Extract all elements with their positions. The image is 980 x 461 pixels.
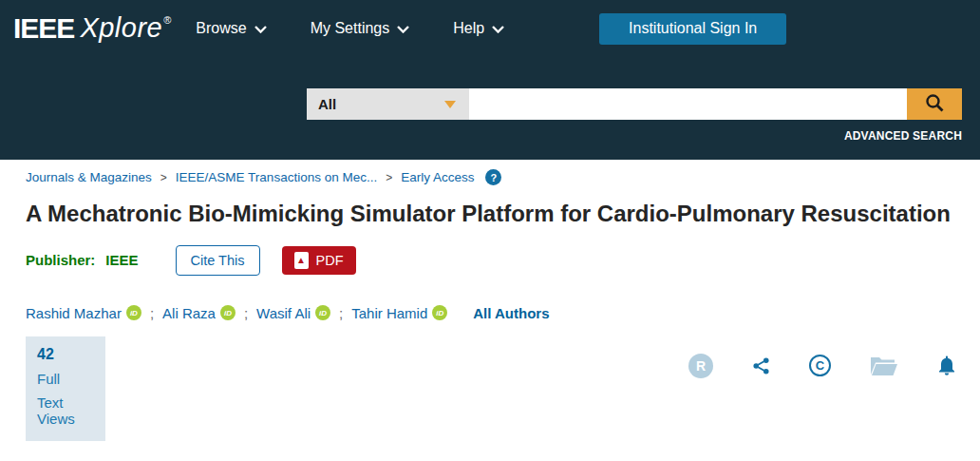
institutional-sign-in-button[interactable]: Institutional Sign In: [599, 13, 786, 45]
search-button[interactable]: [907, 88, 962, 120]
breadcrumb-separator: >: [386, 171, 392, 184]
ieee-xplore-logo[interactable]: IEEE Xplore ®: [13, 12, 171, 45]
logo-xplore-text: Xplore: [80, 12, 162, 44]
pdf-button-label: PDF: [316, 253, 344, 268]
breadcrumb-early-access[interactable]: Early Access: [401, 170, 474, 184]
nav-my-settings-label: My Settings: [311, 20, 390, 37]
advanced-search-link[interactable]: ADVANCED SEARCH: [844, 129, 962, 143]
author-link[interactable]: Wasif Ali: [256, 305, 311, 321]
publisher-label: Publisher:: [26, 252, 95, 268]
dropdown-caret-icon: [444, 101, 456, 108]
author-separator: ;: [339, 305, 343, 321]
breadcrumb-publication[interactable]: IEEE/ASME Transactions on Mec...: [176, 170, 377, 184]
author-link[interactable]: Ali Raza: [162, 305, 216, 321]
search-icon: [924, 92, 945, 116]
full-text-views-label-1: Full: [37, 371, 94, 387]
search-bar: All: [307, 88, 962, 120]
publisher-name: IEEE: [105, 252, 138, 268]
article-action-icons: R C: [688, 354, 958, 378]
full-text-views-count: 42: [37, 346, 94, 363]
site-header: IEEE Xplore ® Browse My Settings Help: [0, 0, 980, 160]
nav-browse[interactable]: Browse: [196, 20, 266, 37]
author-separator: ;: [150, 305, 154, 321]
help-icon[interactable]: ?: [485, 169, 501, 185]
article-title: A Mechatronic Bio-Mimicking Simulator Pl…: [26, 200, 954, 229]
logo-ieee-text: IEEE: [13, 12, 74, 45]
logo-registered-mark: ®: [163, 14, 171, 26]
all-authors-link[interactable]: All Authors: [473, 305, 549, 321]
alerts-bell-icon[interactable]: [935, 354, 958, 377]
rights-r-badge-icon[interactable]: R: [688, 354, 713, 378]
author-link[interactable]: Rashid Mazhar: [26, 305, 122, 321]
orcid-icon[interactable]: iD: [432, 305, 447, 320]
full-text-views-box[interactable]: 42 Full Text Views: [26, 336, 105, 441]
author-link[interactable]: Tahir Hamid: [351, 305, 427, 321]
r-badge-glyph: R: [688, 354, 713, 378]
top-nav-row: IEEE Xplore ® Browse My Settings Help: [0, 0, 980, 46]
main-nav: Browse My Settings Help: [196, 20, 504, 37]
author-separator: ;: [244, 305, 248, 321]
chevron-down-icon: [254, 20, 267, 37]
orcid-icon[interactable]: iD: [220, 305, 236, 320]
cite-this-button[interactable]: Cite This: [176, 245, 260, 276]
breadcrumb: Journals & Magazines > IEEE/ASME Transac…: [26, 169, 954, 185]
nav-my-settings[interactable]: My Settings: [311, 20, 410, 37]
orcid-icon[interactable]: iD: [315, 305, 330, 320]
breadcrumb-separator: >: [160, 171, 167, 184]
save-to-folder-icon[interactable]: [869, 355, 897, 377]
pdf-file-icon: ▲: [294, 252, 309, 269]
full-text-views-label-2: Text Views: [37, 394, 94, 427]
search-scope-value: All: [318, 96, 336, 112]
pdf-button[interactable]: ▲ PDF: [282, 246, 356, 275]
copyright-icon[interactable]: C: [809, 355, 831, 376]
nav-help[interactable]: Help: [453, 20, 504, 37]
nav-help-label: Help: [453, 20, 484, 37]
page-content: Journals & Magazines > IEEE/ASME Transac…: [0, 169, 980, 441]
nav-browse-label: Browse: [196, 20, 246, 37]
breadcrumb-journals-magazines[interactable]: Journals & Magazines: [26, 170, 152, 184]
chevron-down-icon: [492, 20, 504, 37]
search-scope-dropdown[interactable]: All: [307, 88, 469, 120]
authors-row: Rashid Mazhar iD ; Ali Raza iD ; Wasif A…: [26, 305, 954, 321]
chevron-down-icon: [397, 20, 409, 37]
search-input[interactable]: [469, 88, 907, 120]
share-icon[interactable]: [751, 355, 771, 376]
metrics-row: 42 Full Text Views R C: [26, 336, 954, 441]
publisher-row: Publisher: IEEE Cite This ▲ PDF: [26, 245, 954, 276]
copyright-glyph: C: [809, 355, 831, 376]
orcid-icon[interactable]: iD: [126, 305, 141, 320]
